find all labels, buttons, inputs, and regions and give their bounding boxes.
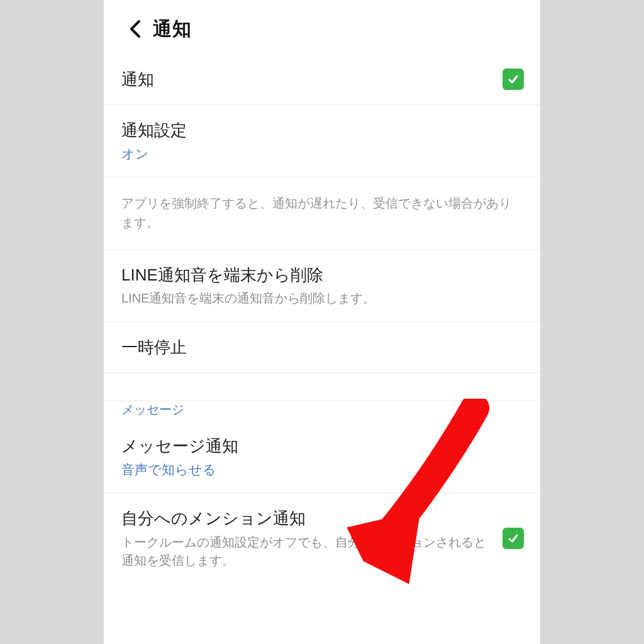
row-message-notifications-label: メッセージ通知 xyxy=(121,436,523,457)
row-message-notifications[interactable]: メッセージ通知 音声で知らせる xyxy=(104,421,540,493)
section-gap xyxy=(104,373,540,401)
back-button[interactable] xyxy=(121,15,149,43)
row-delete-sound-sub: LINE通知音を端末の通知音から削除します。 xyxy=(121,289,523,308)
row-pause[interactable]: 一時停止 xyxy=(104,322,540,373)
force-quit-info: アプリを強制終了すると、通知が遅れたり、受信できない場合があります。 xyxy=(104,177,540,250)
page-title: 通知 xyxy=(153,16,192,42)
row-delete-sound[interactable]: LINE通知音を端末から削除 LINE通知音を端末の通知音から削除します。 xyxy=(104,250,540,323)
section-label-message: メッセージ xyxy=(104,401,540,421)
row-mention-sub: トークルームの通知設定がオフでも、自分がメンションされると通知を受信します。 xyxy=(121,533,490,570)
checkmark-icon xyxy=(507,532,519,545)
row-mention-label: 自分へのメンション通知 xyxy=(121,508,490,530)
settings-screen: 通知 通知 通知設定 オン アプリを強制終了すると、通知が遅れたり、受信できない… xyxy=(104,0,540,644)
header: 通知 xyxy=(104,0,540,54)
checkmark-icon xyxy=(507,73,519,86)
chevron-left-icon xyxy=(128,19,142,38)
row-pause-label: 一時停止 xyxy=(121,337,523,358)
row-notifications[interactable]: 通知 xyxy=(104,54,540,105)
row-notification-settings-value: オン xyxy=(121,145,523,163)
checkbox-notifications[interactable] xyxy=(502,69,524,90)
row-notification-settings[interactable]: 通知設定 オン xyxy=(104,105,540,177)
row-message-notifications-value: 音声で知らせる xyxy=(121,461,523,479)
row-mention-notifications[interactable]: 自分へのメンション通知 トークルームの通知設定がオフでも、自分がメンションされる… xyxy=(104,493,540,584)
row-notification-settings-label: 通知設定 xyxy=(121,120,523,142)
row-delete-sound-label: LINE通知音を端末から削除 xyxy=(121,265,523,286)
checkbox-mention[interactable] xyxy=(502,528,524,549)
row-notifications-label: 通知 xyxy=(121,69,523,91)
